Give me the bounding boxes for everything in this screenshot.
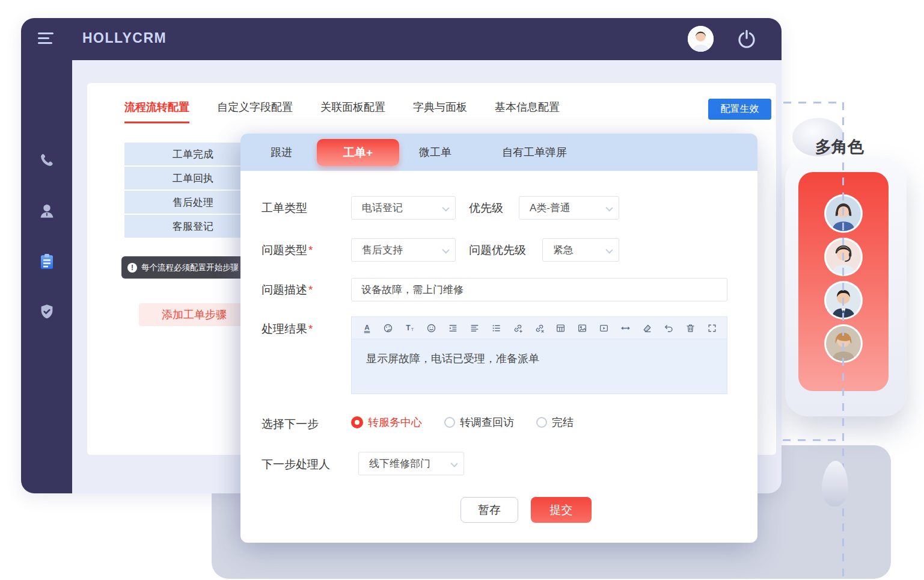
font-size-icon[interactable]: TT [403,321,417,335]
editor-toolbar: A TT [351,316,727,339]
user-avatar[interactable] [688,26,714,52]
chevron-down-icon [450,460,457,467]
video-icon[interactable] [598,321,611,335]
radio-icon [444,417,455,428]
svg-text:T: T [411,327,414,332]
list-icon[interactable] [489,321,503,335]
problem-priority-select[interactable]: 紧急 [542,238,619,262]
problem-type-label: 问题类型* [262,242,313,258]
warning-text: 每个流程必须配置开始步骤 [141,262,239,273]
problem-desc-label: 问题描述* [262,282,313,298]
divider-icon[interactable] [619,321,632,335]
chevron-down-icon [605,204,613,211]
radio-selected-icon [351,416,363,428]
result-label: 处理结果* [262,321,313,337]
svg-text:A: A [364,323,370,331]
tab-process-flow[interactable]: 流程流转配置 [124,100,189,123]
work-order-modal: 跟进 工单+ 微工单 自有工单弹屏 工单类型 电话登记 优先级 A类-普通 问题… [240,134,757,543]
order-type-select[interactable]: 电话登记 [351,196,456,220]
apply-config-button[interactable]: 配置生效 [708,99,771,120]
modal-tab-workorder[interactable]: 工单+ [317,139,399,166]
text-style-icon[interactable]: A [360,321,373,335]
tab-basic-info[interactable]: 基本信息配置 [495,100,560,122]
svg-text:T: T [406,324,411,332]
save-draft-button[interactable]: 暂存 [460,497,518,523]
next-step-label: 选择下一步 [262,416,319,432]
modal-tab-micro-workorder[interactable]: 微工单 [419,134,451,171]
power-icon[interactable] [735,27,758,50]
next-handler-label: 下一步处理人 [262,457,330,472]
modal-tab-own-popup[interactable]: 自有工单弹屏 [502,134,567,171]
priority-label: 优先级 [469,200,503,216]
problem-type-select[interactable]: 售后支持 [351,238,456,262]
chevron-down-icon [442,246,449,253]
app-sidebar [21,60,72,493]
chevron-down-icon [442,204,449,211]
radio-transfer-survey[interactable]: 转调查回访 [444,415,514,430]
link-add-icon[interactable] [511,321,524,335]
dashed-line-vertical [842,102,844,578]
radio-transfer-service-center[interactable]: 转服务中心 [351,415,422,430]
tab-dictionary-panel[interactable]: 字典与面板 [413,100,467,122]
problem-desc-input[interactable]: 设备故障，需上门维修 [351,278,727,301]
dashed-line-horizontal-bottom [783,439,843,441]
menu-icon[interactable] [38,32,56,46]
clipboard-icon[interactable] [21,245,72,278]
roles-panel [785,158,907,416]
warning-icon: ! [127,263,137,273]
fullscreen-icon[interactable] [705,321,718,335]
align-icon[interactable] [468,321,481,335]
indent-icon[interactable] [447,321,460,335]
radio-icon [536,417,547,428]
eraser-icon[interactable] [640,321,653,335]
undo-icon[interactable] [662,321,675,335]
priority-select[interactable]: A类-普通 [519,196,619,220]
tab-linked-panel[interactable]: 关联面板配置 [320,100,385,122]
modal-tab-bar: 跟进 工单+ 微工单 自有工单弹屏 [240,134,757,171]
app-logo: HOLLYCRM [82,30,167,46]
next-handler-select[interactable]: 线下维修部门 [358,452,464,475]
page-tabs: 流程流转配置 自定义字段配置 关联面板配置 字典与面板 基本信息配置 [124,100,587,123]
user-icon[interactable] [21,195,72,227]
chevron-down-icon [605,246,613,253]
order-type-label: 工单类型 [262,200,307,216]
emoji-icon[interactable] [425,321,438,335]
add-step-button[interactable]: 添加工单步骤 [139,303,249,326]
dashed-line-horizontal-top [783,102,843,103]
result-editor: A TT [351,316,727,394]
table-icon[interactable] [554,321,568,335]
trash-icon[interactable] [684,321,697,335]
screenshot-stage: HOLLYCRM [0,0,924,580]
link-remove-icon[interactable] [533,321,546,335]
submit-button[interactable]: 提交 [531,497,592,523]
modal-tab-followup[interactable]: 跟进 [271,134,292,171]
phone-icon[interactable] [21,144,72,177]
radio-finish[interactable]: 完结 [536,415,574,430]
tab-custom-fields[interactable]: 自定义字段配置 [217,100,293,122]
result-editor-content[interactable]: 显示屏故障，电话已受理，准备派单 [351,339,727,394]
next-step-radio-group: 转服务中心 转调查回访 完结 [351,415,596,430]
palette-icon[interactable] [382,321,395,335]
image-icon[interactable] [576,321,589,335]
shield-check-icon[interactable] [21,295,72,328]
roles-title: 多角色 [815,136,864,158]
problem-priority-label: 问题优先级 [469,242,526,258]
app-header: HOLLYCRM [21,18,782,60]
